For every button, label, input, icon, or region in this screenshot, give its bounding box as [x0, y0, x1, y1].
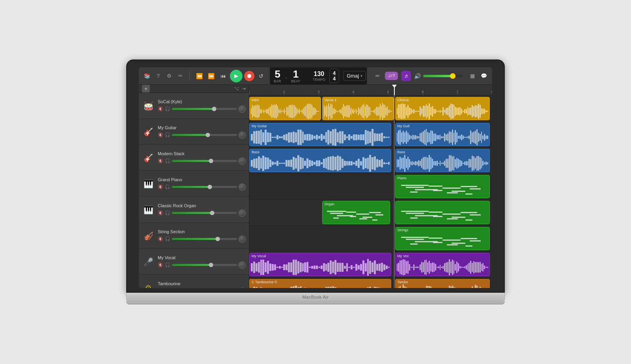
waveform-bar	[476, 129, 478, 145]
bar-label: BAR	[274, 79, 281, 83]
smart-tempo-button[interactable]: ♩=?	[385, 72, 398, 80]
skip-back-button[interactable]: ⏮	[218, 71, 228, 81]
scissors-icon[interactable]: ✂	[176, 72, 185, 80]
region-socal-2[interactable]: Chorus	[395, 97, 490, 120]
tile-icon[interactable]: ▦	[468, 72, 476, 80]
track-headphone-socal[interactable]: 🎧	[165, 106, 170, 111]
waveform-bar	[385, 105, 385, 118]
track-fader-track-string-section[interactable]	[172, 238, 237, 240]
waveform-bar	[459, 107, 461, 115]
track-expand-icon[interactable]: ⇥	[242, 86, 246, 91]
midi-note	[447, 218, 458, 219]
waveform-bar	[406, 107, 407, 115]
waveform-bar	[411, 267, 412, 268]
waveform-bar	[401, 260, 402, 274]
smart-controls-icon[interactable]: ⚙	[165, 72, 174, 80]
tuning-fork-icon[interactable]: ♬	[401, 71, 411, 81]
track-item-tambourine: ⚙Tambourine 🔇 🎧	[139, 275, 249, 288]
volume-track[interactable]	[423, 75, 463, 77]
waveform-bar	[430, 263, 431, 271]
track-pan-grand-piano[interactable]	[239, 184, 246, 191]
track-headphone-string-section[interactable]: 🎧	[165, 236, 170, 241]
record-button[interactable]	[244, 71, 254, 81]
track-pan-tambourine[interactable]	[239, 288, 246, 288]
region-tambourine-1[interactable]: Tambo	[395, 279, 490, 288]
track-mute-classic-rock-organ[interactable]: 🔇	[158, 210, 163, 215]
track-mute-grand-piano[interactable]: 🔇	[158, 184, 163, 189]
help-icon[interactable]: ?	[154, 72, 162, 80]
pencil-icon[interactable]: ✏	[373, 72, 381, 80]
track-pan-my-vocal[interactable]	[239, 262, 246, 269]
region-label-modern-stack-1: Bass	[396, 149, 407, 155]
waveform-bar	[369, 261, 371, 274]
track-headphone-my-guitar[interactable]: 🎧	[165, 132, 170, 137]
track-options-icon[interactable]: ⌥	[234, 86, 239, 91]
region-my-guitar-1[interactable]: My Guit	[395, 123, 490, 146]
fader-thumb-classic-rock-organ[interactable]	[210, 211, 215, 215]
region-classic-rock-organ-0[interactable]: Organ	[322, 201, 390, 224]
waveform-bar	[324, 106, 325, 117]
fader-thumb-grand-piano[interactable]	[207, 185, 212, 189]
track-headphone-modern-stack[interactable]: 🎧	[165, 158, 170, 163]
track-pan-modern-stack[interactable]	[239, 158, 246, 165]
track-fader-track-socal[interactable]	[172, 108, 237, 110]
fader-thumb-modern-stack[interactable]	[209, 159, 213, 163]
ruler-submark	[440, 93, 441, 95]
track-mute-my-vocal[interactable]: 🔇	[158, 262, 163, 267]
track-pan-classic-rock-organ[interactable]	[239, 210, 246, 217]
region-socal-1[interactable]: Verse 1	[322, 97, 394, 120]
play-button[interactable]: ▶	[230, 70, 243, 82]
track-pan-string-section[interactable]	[239, 236, 246, 243]
midi-note	[346, 212, 356, 213]
track-fader-track-my-vocal[interactable]	[172, 264, 237, 266]
waveform-bar	[369, 287, 371, 288]
track-pan-my-guitar[interactable]	[239, 132, 246, 139]
track-fader-track-modern-stack[interactable]	[172, 160, 237, 162]
key-display[interactable]: Gmaj ▾	[343, 71, 366, 81]
waveform-bar	[376, 134, 378, 141]
track-headphone-my-vocal[interactable]: 🎧	[165, 262, 170, 267]
region-modern-stack-0[interactable]: Bass	[249, 149, 391, 172]
waveform-bar	[327, 130, 329, 145]
library-icon[interactable]: 📚	[143, 72, 151, 80]
track-pan-socal[interactable]	[239, 106, 246, 113]
add-track-button[interactable]: +	[142, 85, 150, 93]
fader-thumb-string-section[interactable]	[215, 237, 220, 241]
waveform-bar	[469, 108, 470, 115]
waveform-bar	[409, 135, 410, 140]
region-my-guitar-0[interactable]: My Guitar	[249, 123, 391, 146]
fader-thumb-my-guitar[interactable]	[205, 133, 210, 137]
waveform-bar	[376, 107, 377, 115]
cycle-button[interactable]: ↺	[256, 71, 266, 81]
region-classic-rock-organ-1[interactable]	[395, 201, 490, 224]
waveform-bar	[413, 135, 414, 139]
track-headphone-classic-rock-organ[interactable]: 🎧	[165, 210, 170, 215]
fader-thumb-socal[interactable]	[212, 107, 217, 111]
region-modern-stack-1[interactable]: Bass	[395, 149, 490, 172]
track-fader-track-my-guitar[interactable]	[172, 134, 237, 136]
time-signature[interactable]: 4 4	[329, 69, 339, 83]
rewind-button[interactable]: ⏪	[194, 71, 205, 81]
fast-forward-button[interactable]: ⏩	[206, 71, 217, 81]
waveform-bar	[437, 161, 438, 165]
waveform-bar	[306, 158, 308, 168]
fader-thumb-my-vocal[interactable]	[209, 263, 213, 267]
waveform-bar	[279, 136, 281, 138]
region-tambourine-0[interactable]: C Tambourine ©	[249, 279, 391, 288]
track-fader-track-grand-piano[interactable]	[172, 186, 237, 188]
waveform-bar	[386, 137, 388, 138]
region-string-section-0[interactable]: Strings	[395, 227, 490, 250]
region-my-vocal-1[interactable]: My Voc	[395, 253, 490, 276]
track-mute-modern-stack[interactable]: 🔇	[158, 158, 163, 163]
waveform-bar	[456, 158, 457, 169]
track-mute-my-guitar[interactable]: 🔇	[158, 132, 163, 137]
track-mute-string-section[interactable]: 🔇	[158, 236, 163, 241]
waveform-bar	[424, 260, 426, 274]
region-grand-piano-0[interactable]: Piano	[395, 175, 490, 198]
track-headphone-grand-piano[interactable]: 🎧	[165, 184, 170, 189]
track-mute-socal[interactable]: 🔇	[158, 106, 163, 111]
chat-icon[interactable]: 💬	[480, 72, 488, 80]
track-fader-track-classic-rock-organ[interactable]	[172, 212, 237, 214]
region-socal-0[interactable]: Intro	[249, 97, 321, 120]
region-my-vocal-0[interactable]: My Vocal	[249, 253, 391, 276]
